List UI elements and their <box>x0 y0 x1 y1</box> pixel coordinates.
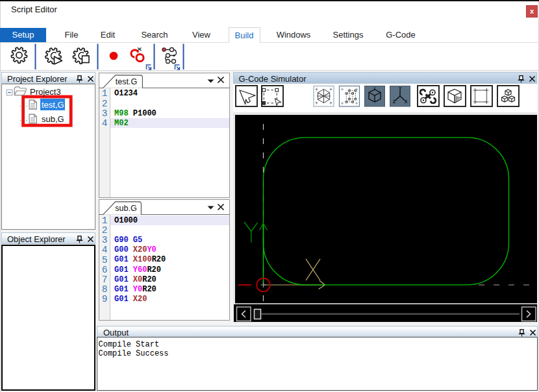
svg-text:Y: Y <box>399 86 402 91</box>
svg-text:Z: Z <box>393 99 395 104</box>
svg-text:X: X <box>405 99 408 104</box>
